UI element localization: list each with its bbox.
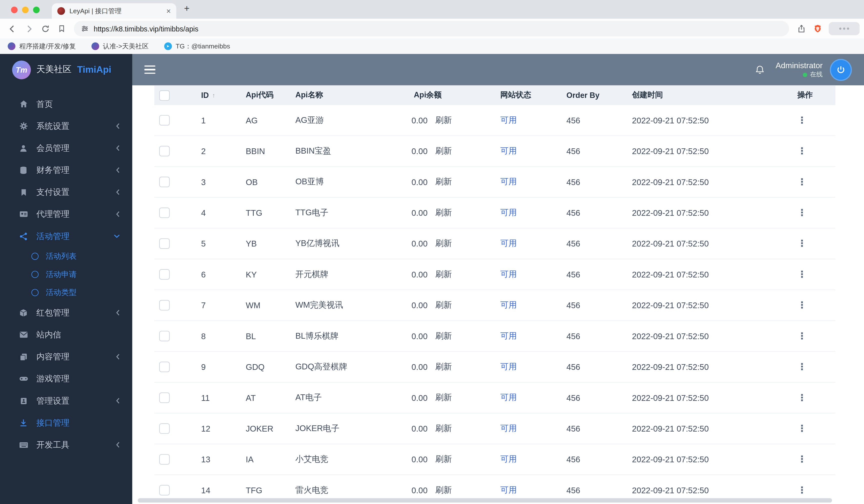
refresh-link[interactable]: 刷新 <box>435 300 452 310</box>
row-checkbox[interactable] <box>159 423 170 434</box>
minimize-window-button[interactable] <box>22 7 28 13</box>
sidebar-item-activity[interactable]: 活动管理 <box>0 225 132 247</box>
status-link[interactable]: 可用 <box>500 454 517 465</box>
sidebar-item-games[interactable]: 游戏管理 <box>0 368 132 390</box>
refresh-link[interactable]: 刷新 <box>435 362 452 372</box>
row-actions-icon[interactable]: ⋮ <box>797 299 806 311</box>
status-link[interactable]: 可用 <box>500 300 517 310</box>
sidebar-subitem-activity-apply[interactable]: 活动申请 <box>0 265 132 283</box>
row-checkbox[interactable] <box>159 362 170 372</box>
sort-asc-icon[interactable]: ↑ <box>212 92 215 98</box>
row-actions-icon[interactable]: ⋮ <box>797 423 806 434</box>
browser-profile-chip[interactable] <box>829 22 860 35</box>
share-icon[interactable] <box>793 21 809 36</box>
column-header-api-code[interactable]: Api代码 <box>232 90 283 100</box>
row-actions-icon[interactable]: ⋮ <box>797 484 806 496</box>
row-actions-icon[interactable]: ⋮ <box>797 392 806 403</box>
status-link[interactable]: 可用 <box>500 208 517 218</box>
refresh-link[interactable]: 刷新 <box>435 238 452 249</box>
row-actions-icon[interactable]: ⋮ <box>797 207 806 219</box>
refresh-link[interactable]: 刷新 <box>435 331 452 341</box>
bookmark-icon[interactable] <box>54 21 70 36</box>
new-tab-button[interactable]: + <box>184 3 190 14</box>
bookmark-item[interactable]: 程序搭建/开发/修复 <box>8 41 76 51</box>
status-link[interactable]: 可用 <box>500 362 517 372</box>
hamburger-menu-icon[interactable] <box>144 65 155 74</box>
maximize-window-button[interactable] <box>33 7 39 13</box>
horizontal-scrollbar[interactable] <box>138 498 832 503</box>
refresh-link[interactable]: 刷新 <box>435 208 452 218</box>
status-link[interactable]: 可用 <box>500 177 517 187</box>
sidebar-item-redpacket[interactable]: 红包管理 <box>0 302 132 324</box>
reload-icon[interactable] <box>37 21 53 36</box>
status-link[interactable]: 可用 <box>500 393 517 403</box>
column-header-site-status[interactable]: 网站状态 <box>483 90 549 100</box>
sidebar-subitem-activity-list[interactable]: 活动列表 <box>0 247 132 266</box>
row-checkbox[interactable] <box>159 393 170 403</box>
avatar[interactable] <box>830 59 852 81</box>
column-header-api-name[interactable]: Api名称 <box>283 90 400 100</box>
row-actions-icon[interactable]: ⋮ <box>797 269 806 280</box>
refresh-link[interactable]: 刷新 <box>435 269 452 280</box>
sidebar-item-messages[interactable]: 站内信 <box>0 324 132 346</box>
row-checkbox[interactable] <box>159 300 170 310</box>
sidebar-item-home[interactable]: 首页 <box>0 93 132 115</box>
sidebar-item-finance[interactable]: 财务管理 <box>0 159 132 181</box>
browser-tab[interactable]: LeyApi | 接口管理 × <box>52 3 176 19</box>
refresh-link[interactable]: 刷新 <box>435 423 452 434</box>
row-checkbox[interactable] <box>159 238 170 249</box>
status-link[interactable]: 可用 <box>500 331 517 341</box>
refresh-link[interactable]: 刷新 <box>435 485 452 495</box>
forward-icon[interactable] <box>21 21 36 36</box>
status-link[interactable]: 可用 <box>500 238 517 249</box>
refresh-link[interactable]: 刷新 <box>435 454 452 465</box>
row-checkbox[interactable] <box>159 454 170 465</box>
bookmark-item[interactable]: ➤ TG：@tianmeibbs <box>164 41 230 51</box>
sidebar-item-dev-tools[interactable]: 开发工具 <box>0 434 132 456</box>
sidebar-item-payment-settings[interactable]: 支付设置 <box>0 181 132 203</box>
select-all-checkbox[interactable] <box>159 90 170 100</box>
column-header-api-balance[interactable]: Api余额 <box>400 90 483 100</box>
row-checkbox[interactable] <box>159 485 170 495</box>
refresh-link[interactable]: 刷新 <box>435 177 452 187</box>
row-checkbox[interactable] <box>159 115 170 126</box>
row-checkbox[interactable] <box>159 208 170 218</box>
status-link[interactable]: 可用 <box>500 115 517 126</box>
sidebar-item-content[interactable]: 内容管理 <box>0 346 132 368</box>
status-link[interactable]: 可用 <box>500 423 517 434</box>
brave-shield-icon[interactable] <box>810 21 826 36</box>
sidebar-item-members[interactable]: 会员管理 <box>0 137 132 159</box>
sidebar-item-admin-settings[interactable]: 管理设置 <box>0 390 132 412</box>
row-actions-icon[interactable]: ⋮ <box>797 114 806 126</box>
notifications-bell-icon[interactable] <box>755 65 765 75</box>
row-actions-icon[interactable]: ⋮ <box>797 361 806 373</box>
refresh-link[interactable]: 刷新 <box>435 393 452 403</box>
refresh-link[interactable]: 刷新 <box>435 115 452 126</box>
row-actions-icon[interactable]: ⋮ <box>797 238 806 249</box>
column-header-id[interactable]: ID↑ <box>186 91 232 100</box>
status-link[interactable]: 可用 <box>500 485 517 495</box>
address-bar[interactable]: https://k8.timibbs.vip/timibbs/apis <box>74 21 789 36</box>
sidebar-subitem-activity-type[interactable]: 活动类型 <box>0 283 132 302</box>
close-window-button[interactable] <box>11 7 17 13</box>
bookmark-item[interactable]: 认准->天美社区 <box>91 41 148 51</box>
tab-close-icon[interactable]: × <box>166 7 171 15</box>
row-actions-icon[interactable]: ⋮ <box>797 330 806 342</box>
row-checkbox[interactable] <box>159 177 170 187</box>
row-actions-icon[interactable]: ⋮ <box>797 176 806 187</box>
row-actions-icon[interactable]: ⋮ <box>797 145 806 157</box>
column-header-order-by[interactable]: Order By <box>549 91 621 100</box>
sidebar-item-system-settings[interactable]: 系统设置 <box>0 115 132 137</box>
row-actions-icon[interactable]: ⋮ <box>797 454 806 465</box>
status-link[interactable]: 可用 <box>500 146 517 156</box>
sidebar-item-api[interactable]: 接口管理 <box>0 412 132 434</box>
row-checkbox[interactable] <box>159 146 170 156</box>
row-checkbox[interactable] <box>159 331 170 341</box>
refresh-link[interactable]: 刷新 <box>435 146 452 156</box>
back-icon[interactable] <box>4 21 20 36</box>
column-header-created[interactable]: 创建时间 <box>621 90 778 100</box>
status-link[interactable]: 可用 <box>500 269 517 280</box>
row-checkbox[interactable] <box>159 269 170 280</box>
site-settings-icon[interactable] <box>81 25 89 33</box>
sidebar-item-agents[interactable]: 代理管理 <box>0 203 132 225</box>
